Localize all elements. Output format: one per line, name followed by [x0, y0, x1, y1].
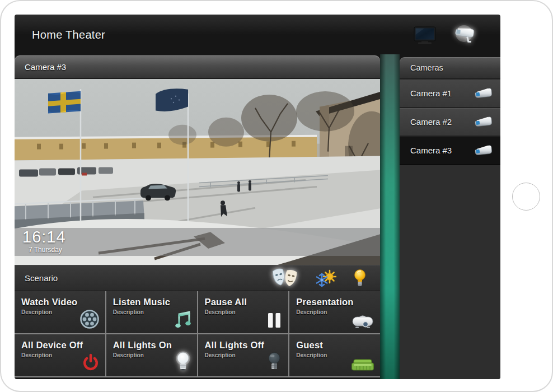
scene-title: All Lights On [113, 340, 190, 351]
tv-display-icon[interactable] [413, 26, 437, 44]
clock-time: 16:14 [22, 228, 380, 246]
security-camera-icon[interactable] [451, 25, 477, 45]
theater-masks-icon[interactable] [271, 267, 299, 290]
accent-light-band [380, 54, 400, 379]
camera-item-label: Camera #3 [410, 146, 452, 155]
bulb-off-icon [266, 351, 283, 372]
scene-button-watch-video[interactable]: Watch Video Description [15, 291, 105, 333]
header-icon-group [413, 25, 477, 45]
clock-date: 7 Thursday [29, 246, 380, 254]
bulb-on-icon [175, 351, 191, 372]
scenario-grid: Watch Video Description Listen Music [15, 291, 380, 377]
camera-view-titlebar: Camera #3 [15, 55, 380, 79]
security-camera-icon [473, 115, 493, 129]
camera-item-label: Camera #2 [410, 117, 452, 127]
scene-button-presentation[interactable]: Presentation Description [289, 291, 380, 333]
cameras-sidebar: Cameras Camera #1 Camera #2 [400, 57, 500, 379]
music-note-icon [175, 310, 191, 329]
scene-button-pause-all[interactable]: Pause All Description [198, 291, 289, 333]
scene-button-listen-music[interactable]: Listen Music Description [106, 291, 197, 333]
sidebar-item-camera-1[interactable]: Camera #1 [400, 80, 500, 108]
scene-title: All Device Off [21, 340, 99, 351]
climate-icon[interactable] [316, 269, 336, 288]
tablet-frame: Home Theater [0, 0, 553, 392]
scenario-title: Scenario [25, 273, 58, 283]
scene-button-all-device-off[interactable]: All Device Off Description [15, 334, 105, 376]
screen: Home Theater [15, 15, 500, 379]
camera-item-label: Camera #1 [410, 88, 452, 98]
sofa-icon [351, 358, 374, 372]
home-button[interactable] [512, 183, 540, 211]
power-icon [82, 353, 100, 372]
camera-panel: Camera #3 [15, 55, 380, 379]
scene-title: Watch Video [21, 297, 99, 307]
sidebar-item-camera-2[interactable]: Camera #2 [400, 108, 500, 137]
scenario-icon-group [271, 267, 371, 290]
camera-feed: 16:14 7 Thursday [15, 79, 380, 265]
scenario-titlebar: Scenario [15, 265, 380, 291]
scene-button-guest[interactable]: Guest Description [289, 334, 380, 376]
film-reel-icon [79, 309, 100, 329]
sidebar-item-camera-3[interactable]: Camera #3 [400, 137, 500, 165]
cameras-sidebar-header: Cameras [400, 57, 500, 80]
cameras-sidebar-title: Cameras [410, 63, 443, 72]
security-camera-icon [473, 87, 493, 100]
scene-button-all-lights-on[interactable]: All Lights On Description [106, 334, 197, 376]
light-bulb-icon[interactable] [353, 269, 367, 288]
scene-title: Listen Music [113, 297, 190, 307]
scene-button-all-lights-off[interactable]: All Lights Off Description [198, 334, 289, 376]
scene-title: Guest [296, 340, 373, 351]
scene-title: All Lights Off [205, 340, 282, 351]
scene-title: Presentation [296, 297, 373, 307]
page-title: Home Theater [32, 29, 105, 41]
pause-icon [266, 311, 283, 329]
scene-title: Pause All [205, 297, 282, 307]
timestamp-overlay: 16:14 7 Thursday [15, 228, 380, 256]
camera-view-title: Camera #3 [25, 62, 66, 72]
projector-icon [351, 312, 374, 329]
security-camera-icon [473, 144, 493, 157]
